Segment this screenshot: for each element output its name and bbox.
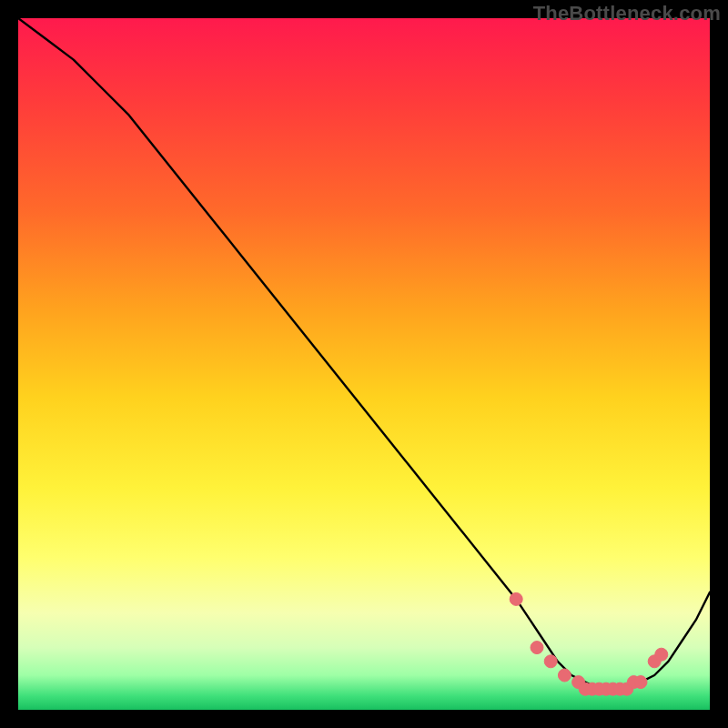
highlight-dot	[558, 669, 571, 682]
highlight-dot	[655, 648, 668, 661]
plot-area	[18, 18, 710, 710]
highlight-dot	[531, 642, 543, 654]
highlight-dots	[18, 18, 710, 710]
highlight-dot	[510, 592, 522, 605]
highlight-dot	[634, 676, 647, 689]
highlight-dot	[544, 655, 557, 668]
chart-stage: TheBottleneck.com	[0, 0, 728, 728]
watermark-text: TheBottleneck.com	[533, 2, 721, 25]
